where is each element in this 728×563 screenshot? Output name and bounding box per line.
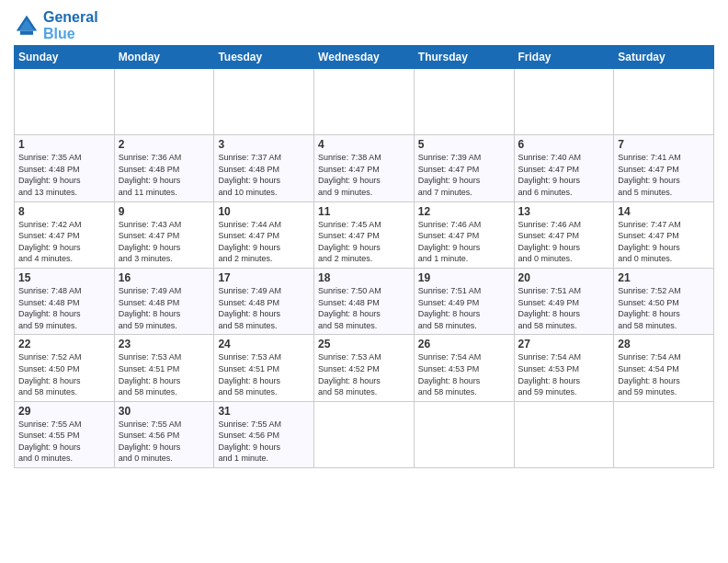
day-number: 14: [618, 205, 710, 218]
calendar-cell: 14Sunrise: 7:47 AM Sunset: 4:47 PM Dayli…: [614, 201, 714, 268]
day-info: Sunrise: 7:51 AM Sunset: 4:49 PM Dayligh…: [418, 285, 510, 331]
day-number: 25: [318, 338, 410, 350]
calendar-cell: [414, 401, 514, 467]
calendar-cell: 13Sunrise: 7:46 AM Sunset: 4:47 PM Dayli…: [514, 201, 614, 268]
calendar-cell: 5Sunrise: 7:39 AM Sunset: 4:47 PM Daylig…: [414, 135, 514, 201]
calendar-cell: 9Sunrise: 7:43 AM Sunset: 4:47 PM Daylig…: [114, 201, 214, 268]
calendar-cell: [614, 69, 714, 135]
week-row: 29Sunrise: 7:55 AM Sunset: 4:55 PM Dayli…: [15, 401, 714, 467]
day-info: Sunrise: 7:52 AM Sunset: 4:50 PM Dayligh…: [618, 285, 710, 331]
calendar-cell: 4Sunrise: 7:38 AM Sunset: 4:47 PM Daylig…: [314, 135, 415, 201]
col-header-thursday: Thursday: [414, 46, 514, 69]
day-info: Sunrise: 7:55 AM Sunset: 4:56 PM Dayligh…: [218, 419, 310, 465]
calendar-cell: 12Sunrise: 7:46 AM Sunset: 4:47 PM Dayli…: [414, 201, 514, 268]
calendar-cell: [514, 69, 614, 135]
day-info: Sunrise: 7:47 AM Sunset: 4:47 PM Dayligh…: [618, 219, 710, 265]
week-row: [15, 69, 714, 135]
calendar-cell: [314, 401, 415, 467]
week-row: 8Sunrise: 7:42 AM Sunset: 4:47 PM Daylig…: [15, 201, 714, 268]
logo: General Blue: [14, 9, 98, 41]
col-header-sunday: Sunday: [15, 46, 115, 69]
calendar-cell: 26Sunrise: 7:54 AM Sunset: 4:53 PM Dayli…: [414, 335, 514, 401]
day-number: 5: [418, 138, 510, 151]
calendar-cell: [314, 69, 415, 135]
calendar-cell: 27Sunrise: 7:54 AM Sunset: 4:53 PM Dayli…: [514, 335, 614, 401]
day-number: 9: [119, 205, 210, 218]
day-number: 13: [518, 205, 610, 218]
page-container: General Blue SundayMondayTuesdayWednesda…: [0, 0, 728, 477]
logo-icon: [14, 13, 40, 39]
day-info: Sunrise: 7:39 AM Sunset: 4:47 PM Dayligh…: [418, 152, 510, 198]
day-info: Sunrise: 7:40 AM Sunset: 4:47 PM Dayligh…: [518, 152, 610, 198]
day-info: Sunrise: 7:36 AM Sunset: 4:48 PM Dayligh…: [119, 152, 210, 198]
calendar-cell: 29Sunrise: 7:55 AM Sunset: 4:55 PM Dayli…: [15, 401, 115, 467]
calendar-cell: 30Sunrise: 7:55 AM Sunset: 4:56 PM Dayli…: [114, 401, 214, 467]
day-number: 23: [119, 338, 210, 350]
day-number: 16: [119, 271, 210, 284]
day-number: 26: [418, 338, 510, 350]
calendar-cell: [214, 69, 314, 135]
calendar-cell: 3Sunrise: 7:37 AM Sunset: 4:48 PM Daylig…: [214, 135, 314, 201]
calendar-cell: 28Sunrise: 7:54 AM Sunset: 4:54 PM Dayli…: [614, 335, 714, 401]
day-number: 2: [119, 138, 210, 151]
calendar-cell: 10Sunrise: 7:44 AM Sunset: 4:47 PM Dayli…: [214, 201, 314, 268]
calendar-cell: 15Sunrise: 7:48 AM Sunset: 4:48 PM Dayli…: [15, 268, 115, 334]
day-info: Sunrise: 7:42 AM Sunset: 4:47 PM Dayligh…: [18, 219, 110, 265]
day-info: Sunrise: 7:54 AM Sunset: 4:53 PM Dayligh…: [518, 351, 610, 397]
calendar-cell: 21Sunrise: 7:52 AM Sunset: 4:50 PM Dayli…: [614, 268, 714, 334]
svg-rect-2: [20, 30, 33, 34]
day-number: 31: [218, 405, 310, 418]
day-info: Sunrise: 7:41 AM Sunset: 4:47 PM Dayligh…: [618, 152, 710, 198]
week-row: 1Sunrise: 7:35 AM Sunset: 4:48 PM Daylig…: [15, 135, 714, 201]
day-number: 10: [218, 205, 310, 218]
col-header-monday: Monday: [114, 46, 214, 69]
calendar-cell: 6Sunrise: 7:40 AM Sunset: 4:47 PM Daylig…: [514, 135, 614, 201]
day-number: 7: [618, 138, 710, 151]
day-number: 17: [218, 271, 310, 284]
calendar-cell: 11Sunrise: 7:45 AM Sunset: 4:47 PM Dayli…: [314, 201, 415, 268]
day-info: Sunrise: 7:52 AM Sunset: 4:50 PM Dayligh…: [18, 351, 110, 397]
calendar-table: SundayMondayTuesdayWednesdayThursdayFrid…: [14, 45, 714, 468]
day-info: Sunrise: 7:50 AM Sunset: 4:48 PM Dayligh…: [318, 285, 410, 331]
calendar-cell: 2Sunrise: 7:36 AM Sunset: 4:48 PM Daylig…: [114, 135, 214, 201]
day-number: 8: [18, 205, 110, 218]
day-info: Sunrise: 7:53 AM Sunset: 4:51 PM Dayligh…: [119, 351, 210, 397]
col-header-wednesday: Wednesday: [314, 46, 415, 69]
day-info: Sunrise: 7:54 AM Sunset: 4:54 PM Dayligh…: [618, 351, 710, 397]
day-info: Sunrise: 7:44 AM Sunset: 4:47 PM Dayligh…: [218, 219, 310, 265]
day-info: Sunrise: 7:35 AM Sunset: 4:48 PM Dayligh…: [18, 152, 110, 198]
week-row: 22Sunrise: 7:52 AM Sunset: 4:50 PM Dayli…: [15, 335, 714, 401]
day-number: 30: [119, 405, 210, 418]
calendar-cell: 20Sunrise: 7:51 AM Sunset: 4:49 PM Dayli…: [514, 268, 614, 334]
col-header-tuesday: Tuesday: [214, 46, 314, 69]
day-info: Sunrise: 7:55 AM Sunset: 4:55 PM Dayligh…: [18, 419, 110, 465]
day-info: Sunrise: 7:51 AM Sunset: 4:49 PM Dayligh…: [518, 285, 610, 331]
day-number: 22: [18, 338, 110, 350]
day-number: 18: [318, 271, 410, 284]
day-info: Sunrise: 7:48 AM Sunset: 4:48 PM Dayligh…: [18, 285, 110, 331]
day-info: Sunrise: 7:53 AM Sunset: 4:51 PM Dayligh…: [218, 351, 310, 397]
calendar-cell: 8Sunrise: 7:42 AM Sunset: 4:47 PM Daylig…: [15, 201, 115, 268]
day-number: 29: [18, 405, 110, 418]
day-info: Sunrise: 7:43 AM Sunset: 4:47 PM Dayligh…: [119, 219, 210, 265]
day-number: 28: [618, 338, 710, 350]
day-info: Sunrise: 7:45 AM Sunset: 4:47 PM Dayligh…: [318, 219, 410, 265]
calendar-cell: 1Sunrise: 7:35 AM Sunset: 4:48 PM Daylig…: [15, 135, 115, 201]
day-number: 21: [618, 271, 710, 284]
day-info: Sunrise: 7:53 AM Sunset: 4:52 PM Dayligh…: [318, 351, 410, 397]
day-info: Sunrise: 7:38 AM Sunset: 4:47 PM Dayligh…: [318, 152, 410, 198]
day-info: Sunrise: 7:46 AM Sunset: 4:47 PM Dayligh…: [418, 219, 510, 265]
calendar-cell: [614, 401, 714, 467]
logo-text: General Blue: [43, 9, 98, 41]
calendar-cell: 17Sunrise: 7:49 AM Sunset: 4:48 PM Dayli…: [214, 268, 314, 334]
calendar-cell: 18Sunrise: 7:50 AM Sunset: 4:48 PM Dayli…: [314, 268, 415, 334]
day-number: 19: [418, 271, 510, 284]
day-info: Sunrise: 7:54 AM Sunset: 4:53 PM Dayligh…: [418, 351, 510, 397]
day-number: 1: [18, 138, 110, 151]
day-info: Sunrise: 7:55 AM Sunset: 4:56 PM Dayligh…: [119, 419, 210, 465]
header-row: SundayMondayTuesdayWednesdayThursdayFrid…: [15, 46, 714, 69]
calendar-cell: 19Sunrise: 7:51 AM Sunset: 4:49 PM Dayli…: [414, 268, 514, 334]
col-header-saturday: Saturday: [614, 46, 714, 69]
col-header-friday: Friday: [514, 46, 614, 69]
day-info: Sunrise: 7:49 AM Sunset: 4:48 PM Dayligh…: [218, 285, 310, 331]
